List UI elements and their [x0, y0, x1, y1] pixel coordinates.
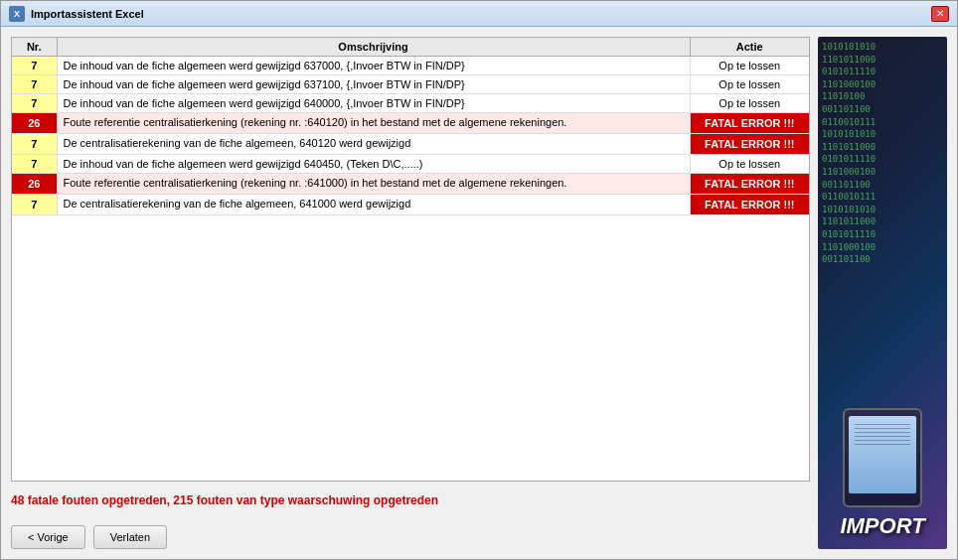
- exit-button[interactable]: Verlaten: [93, 525, 167, 549]
- table-container: Nr. Omschrijving Actie 7De inhoud van de…: [11, 37, 810, 482]
- actie-cell: FATAL ERROR !!!: [690, 113, 809, 134]
- table-row: 7De centralisatierekening van de fiche a…: [12, 195, 809, 215]
- title-bar: X Importassistent Excel ✕: [1, 1, 957, 27]
- table-row: 7De inhoud van de fiche algemeen werd ge…: [12, 155, 809, 174]
- omschrijving-cell: Foute referentie centralisatierkening (r…: [57, 113, 690, 134]
- close-button[interactable]: ✕: [931, 6, 949, 22]
- nr-cell: 7: [12, 75, 57, 94]
- table-row: 7De inhoud van de fiche algemeen werd ge…: [12, 57, 809, 75]
- table-row: 26Foute referentie centralisatierkening …: [12, 113, 809, 134]
- header-actie: Actie: [690, 38, 809, 57]
- nr-cell: 7: [12, 155, 57, 174]
- tablet-screen: [849, 416, 916, 493]
- omschrijving-cell: De inhoud van de fiche algemeen werd gew…: [57, 155, 690, 174]
- omschrijving-cell: De centralisatierekening van de fiche al…: [57, 134, 690, 155]
- nr-cell: 7: [12, 134, 57, 155]
- actie-cell: Op te lossen: [690, 94, 809, 113]
- nr-cell: 26: [12, 174, 57, 195]
- actie-cell: Op te lossen: [690, 155, 809, 174]
- main-window: X Importassistent Excel ✕ Nr. Omschrijvi…: [0, 0, 958, 560]
- tablet-lines: [855, 424, 910, 480]
- tablet-icon: [843, 408, 922, 507]
- data-table: Nr. Omschrijving Actie 7De inhoud van de…: [12, 38, 809, 215]
- main-content: Nr. Omschrijving Actie 7De inhoud van de…: [11, 37, 810, 549]
- table-row: 7De centralisatierekening van de fiche a…: [12, 134, 809, 155]
- title-bar-left: X Importassistent Excel: [9, 6, 144, 22]
- actie-cell: Op te lossen: [690, 57, 809, 75]
- omschrijving-cell: De centralisatierekening van de fiche al…: [57, 195, 690, 215]
- import-label: IMPORT: [840, 513, 924, 539]
- omschrijving-cell: Foute referentie centralisatierkening (r…: [57, 174, 690, 195]
- nr-cell: 26: [12, 113, 57, 134]
- omschrijving-cell: De inhoud van de fiche algemeen werd gew…: [57, 94, 690, 113]
- table-wrapper[interactable]: Nr. Omschrijving Actie 7De inhoud van de…: [12, 38, 809, 481]
- omschrijving-cell: De inhoud van de fiche algemeen werd gew…: [57, 75, 690, 94]
- actie-cell: Op te lossen: [690, 75, 809, 94]
- window-body: Nr. Omschrijving Actie 7De inhoud van de…: [1, 27, 957, 559]
- status-text: 48 fatale fouten opgetreden, 215 fouten …: [11, 490, 810, 511]
- footer: < Vorige Verlaten: [11, 519, 810, 549]
- header-omschrijving: Omschrijving: [57, 38, 690, 57]
- nr-cell: 7: [12, 57, 57, 75]
- actie-cell: FATAL ERROR !!!: [690, 134, 809, 155]
- window-icon: X: [9, 6, 25, 22]
- actie-cell: FATAL ERROR !!!: [690, 174, 809, 195]
- actie-cell: FATAL ERROR !!!: [690, 195, 809, 215]
- nr-cell: 7: [12, 94, 57, 113]
- table-row: 26Foute referentie centralisatierkening …: [12, 174, 809, 195]
- omschrijving-cell: De inhoud van de fiche algemeen werd gew…: [57, 57, 690, 75]
- window-title: Importassistent Excel: [31, 8, 144, 20]
- side-image: 1010101010 1101011000 0101011110 1101000…: [818, 37, 947, 549]
- header-nr: Nr.: [12, 38, 57, 57]
- table-row: 7De inhoud van de fiche algemeen werd ge…: [12, 75, 809, 94]
- nr-cell: 7: [12, 195, 57, 215]
- table-row: 7De inhoud van de fiche algemeen werd ge…: [12, 94, 809, 113]
- previous-button[interactable]: < Vorige: [11, 525, 85, 549]
